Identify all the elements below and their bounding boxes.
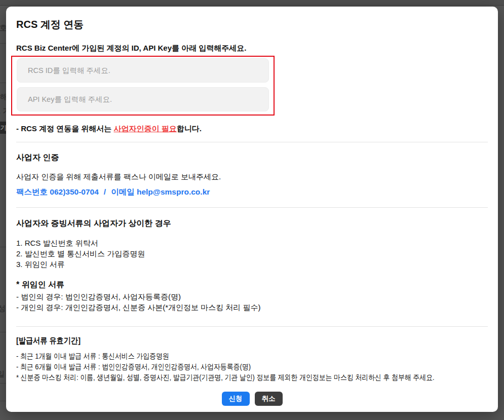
delegate-docs-list: - 법인의 경우: 법인인감증명서, 사업자등록증(명) - 개인의 경우: 개… xyxy=(16,291,488,313)
validity-section: [발급서류 유효기간] - 최근 1개월 이내 발급 서류 : 통신서비스 가입… xyxy=(16,335,488,383)
different-business-heading: 사업자와 증빙서류의 사업자가 상이한 경우 xyxy=(16,218,488,228)
section-divider xyxy=(16,326,488,327)
business-auth-link[interactable]: 사업자인증이 필요 xyxy=(114,124,177,133)
section-divider xyxy=(16,207,488,208)
list-item: 1. RCS 발신번호 위탁서 xyxy=(16,238,488,248)
modal-footer-buttons: 신청 취소 xyxy=(16,392,488,406)
business-auth-body: 사업자 인증을 위해 제출서류를 팩스나 이메일로 보내주세요. xyxy=(16,172,488,181)
list-item: * 신분증 마스킹 처리: 이름, 생년월일, 성별, 증명사진, 발급기관(기… xyxy=(16,372,488,383)
contact-separator: / xyxy=(104,187,106,196)
list-item: 2. 발신번호 별 통신서비스 가입증명원 xyxy=(16,248,488,259)
modal-title: RCS 계정 연동 xyxy=(16,18,488,30)
note-prefix: - RCS 계정 연동을 위해서는 xyxy=(16,124,114,133)
business-auth-note: - RCS 계정 연동을 위해서는 사업자인증이 필요합니다. xyxy=(16,124,488,133)
delegate-docs-heading: * 위임인 서류 xyxy=(16,280,488,289)
contact-email[interactable]: 이메일 help@smspro.co.kr xyxy=(111,187,210,196)
note-suffix: 합니다. xyxy=(177,124,202,133)
credentials-highlight-box xyxy=(11,56,275,116)
required-docs-list: 1. RCS 발신번호 위탁서 2. 발신번호 별 통신서비스 가입증명원 3.… xyxy=(16,238,488,270)
fax-number: 팩스번호 062)350-0704 xyxy=(16,187,99,196)
validity-list: - 최근 1개월 이내 발급 서류 : 통신서비스 가입증명원 - 최근 6개월… xyxy=(16,351,488,383)
list-item: 3. 위임인 서류 xyxy=(16,259,488,270)
contact-line: 팩스번호 062)350-0704/이메일 help@smspro.co.kr xyxy=(16,187,488,197)
page: { "modal": { "title": "RCS 계정 연동", "subt… xyxy=(0,0,504,420)
list-item: - 최근 6개월 이내 발급 서류 : 법인인감증명서, 개인인감증명서, 사업… xyxy=(16,361,488,372)
submit-button[interactable]: 신청 xyxy=(222,392,250,406)
rcs-account-link-modal: RCS 계정 연동 RCS Biz Center에 가입된 계정의 ID, AP… xyxy=(6,7,498,412)
rcs-id-input[interactable] xyxy=(17,58,269,83)
list-item: - 법인의 경우: 법인인감증명서, 사업자등록증(명) xyxy=(16,291,488,302)
list-item: - 최근 1개월 이내 발급 서류 : 통신서비스 가입증명원 xyxy=(16,351,488,361)
validity-heading: [발급서류 유효기간] xyxy=(16,335,488,346)
cancel-button[interactable]: 취소 xyxy=(255,392,283,406)
list-item: - 개인의 경우: 개인인감증명서, 신분증 사본(*개인정보 마스킹 처리 필… xyxy=(16,302,488,313)
section-divider xyxy=(16,142,488,142)
business-auth-heading: 사업자 인증 xyxy=(16,152,488,162)
api-key-input[interactable] xyxy=(17,87,269,111)
modal-instruction: RCS Biz Center에 가입된 계정의 ID, API Key를 아래 … xyxy=(16,44,488,53)
